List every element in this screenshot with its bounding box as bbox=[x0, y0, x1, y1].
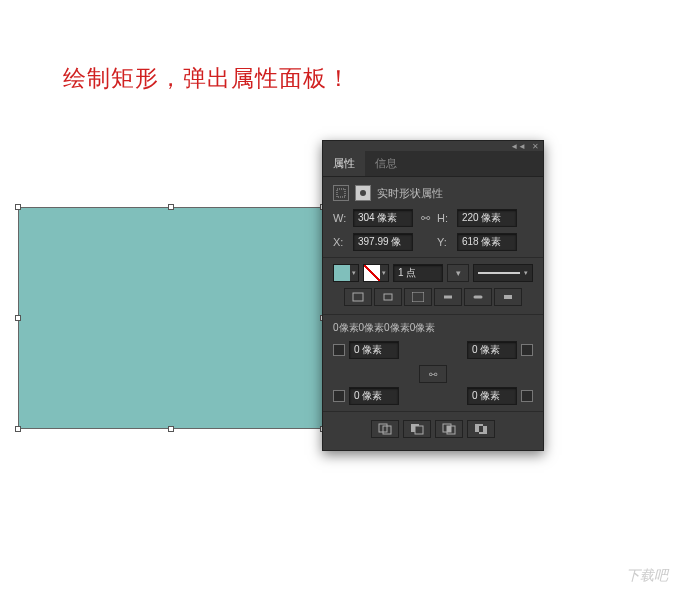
cap-flat-button[interactable] bbox=[434, 288, 462, 306]
resize-handle-ml[interactable] bbox=[15, 315, 21, 321]
height-label: H: bbox=[437, 212, 453, 224]
pathop-combine-button[interactable] bbox=[371, 420, 399, 438]
svg-rect-0 bbox=[337, 189, 345, 197]
svg-rect-2 bbox=[353, 293, 363, 301]
y-label: Y: bbox=[437, 236, 453, 248]
close-icon[interactable]: ✕ bbox=[532, 142, 539, 151]
svg-rect-3 bbox=[384, 294, 392, 300]
tab-info[interactable]: 信息 bbox=[365, 151, 407, 176]
height-field[interactable]: 220 像素 bbox=[457, 209, 517, 227]
cap-round-button[interactable] bbox=[464, 288, 492, 306]
instruction-caption: 绘制矩形，弹出属性面板！ bbox=[63, 63, 351, 94]
width-label: W: bbox=[333, 212, 349, 224]
width-field[interactable]: 304 像素 bbox=[353, 209, 413, 227]
stroke-width-dropdown[interactable]: ▾ bbox=[447, 264, 469, 282]
shape-icon bbox=[333, 185, 349, 201]
properties-panel: ◄◄ ✕ 属性 信息 实时形状属性 W: 304 像素 ⚯ H: 220 像素 … bbox=[322, 140, 544, 451]
resize-handle-tl[interactable] bbox=[15, 204, 21, 210]
collapse-icon[interactable]: ◄◄ bbox=[510, 142, 526, 151]
corner-tr-field[interactable]: 0 像素 bbox=[467, 341, 517, 359]
corner-bl-field[interactable]: 0 像素 bbox=[349, 387, 399, 405]
xy-spacer bbox=[417, 234, 433, 250]
corner-br-field[interactable]: 0 像素 bbox=[467, 387, 517, 405]
svg-rect-14 bbox=[447, 426, 451, 432]
align-inside-button[interactable] bbox=[344, 288, 372, 306]
svg-rect-4 bbox=[412, 292, 424, 302]
link-wh-icon[interactable]: ⚯ bbox=[417, 210, 433, 226]
fill-swatch[interactable]: ▾ bbox=[333, 264, 359, 282]
corner-tl-checkbox[interactable] bbox=[333, 344, 345, 356]
svg-rect-11 bbox=[415, 426, 423, 434]
stroke-width-field[interactable]: 1 点 bbox=[393, 264, 443, 282]
panel-topbar: ◄◄ ✕ bbox=[323, 141, 543, 151]
cap-square-button[interactable] bbox=[494, 288, 522, 306]
corner-br-checkbox[interactable] bbox=[521, 390, 533, 402]
drawn-rectangle[interactable] bbox=[18, 207, 323, 429]
align-outside-button[interactable] bbox=[404, 288, 432, 306]
section-title: 实时形状属性 bbox=[377, 186, 443, 201]
panel-tabs: 属性 信息 bbox=[323, 151, 543, 177]
stroke-swatch[interactable]: ▾ bbox=[363, 264, 389, 282]
y-field[interactable]: 618 像素 bbox=[457, 233, 517, 251]
tab-properties[interactable]: 属性 bbox=[323, 151, 365, 176]
pathop-exclude-button[interactable] bbox=[467, 420, 495, 438]
align-center-button[interactable] bbox=[374, 288, 402, 306]
x-label: X: bbox=[333, 236, 349, 248]
resize-handle-tm[interactable] bbox=[168, 204, 174, 210]
corner-tr-checkbox[interactable] bbox=[521, 344, 533, 356]
resize-handle-bm[interactable] bbox=[168, 426, 174, 432]
x-field[interactable]: 397.99 像 bbox=[353, 233, 413, 251]
pathop-subtract-button[interactable] bbox=[403, 420, 431, 438]
mask-icon bbox=[355, 185, 371, 201]
corner-tl-field[interactable]: 0 像素 bbox=[349, 341, 399, 359]
watermark: 下载吧 bbox=[626, 567, 668, 585]
pathop-intersect-button[interactable] bbox=[435, 420, 463, 438]
stroke-style-dropdown[interactable]: ▾ bbox=[473, 264, 533, 282]
link-corners-icon[interactable]: ⚯ bbox=[419, 365, 447, 383]
svg-point-1 bbox=[360, 190, 366, 196]
corner-bl-checkbox[interactable] bbox=[333, 390, 345, 402]
section-header: 实时形状属性 bbox=[333, 185, 533, 201]
corner-summary: 0像素0像素0像素0像素 bbox=[333, 321, 533, 335]
resize-handle-bl[interactable] bbox=[15, 426, 21, 432]
svg-rect-17 bbox=[479, 426, 483, 432]
